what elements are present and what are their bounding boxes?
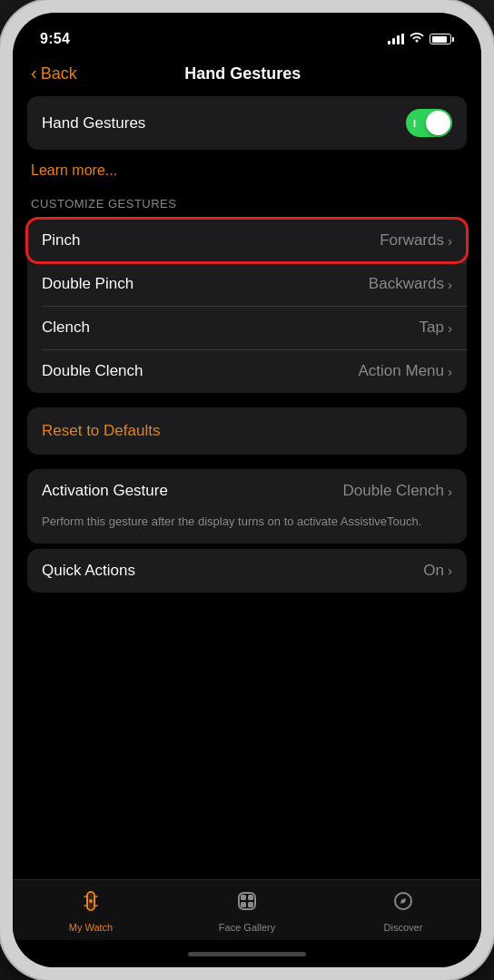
phone-screen: 9:54: [13, 13, 481, 967]
quick-actions-section: Quick Actions On ›: [27, 549, 467, 593]
svg-point-6: [89, 899, 93, 903]
double-clench-row[interactable]: Double Clench Action Menu ›: [27, 349, 467, 393]
wifi-icon: [410, 32, 424, 46]
tab-bar: My Watch Face Gallery: [13, 879, 481, 940]
hand-gestures-label: Hand Gestures: [42, 114, 145, 132]
dynamic-island: [190, 24, 304, 54]
double-pinch-row[interactable]: Double Pinch Backwards ›: [27, 262, 467, 306]
activation-gesture-row[interactable]: Activation Gesture Double Clench ›: [27, 469, 467, 513]
back-label: Back: [41, 64, 77, 83]
status-time: 9:54: [40, 31, 70, 47]
pinch-label: Pinch: [42, 231, 81, 250]
double-clench-label: Double Clench: [42, 362, 143, 380]
clench-label: Clench: [42, 318, 90, 337]
battery-icon: [430, 34, 454, 44]
clench-chevron-icon: ›: [448, 320, 452, 336]
double-pinch-chevron-icon: ›: [448, 277, 452, 292]
back-chevron-icon: ‹: [31, 63, 37, 83]
discover-tab-label: Discover: [384, 922, 423, 933]
svg-rect-9: [248, 895, 253, 900]
double-clench-value-text: Action Menu: [359, 362, 445, 380]
tab-face-gallery[interactable]: Face Gallery: [211, 889, 283, 933]
clench-value-text: Tap: [420, 318, 444, 337]
scroll-content: Hand Gestures I Learn more... CUSTOMIZE …: [13, 96, 481, 879]
activation-gesture-chevron-icon: ›: [448, 484, 452, 499]
clench-value: Tap ›: [420, 318, 452, 337]
activation-gesture-description: Perform this gesture after the display t…: [27, 513, 467, 544]
gestures-group: Pinch Forwards › Double Pinch Backwards …: [27, 219, 467, 393]
svg-marker-13: [400, 898, 406, 904]
page-title: Hand Gestures: [77, 64, 409, 83]
reset-section[interactable]: Reset to Defaults: [27, 407, 467, 455]
double-clench-chevron-icon: ›: [448, 364, 452, 379]
pinch-value: Forwards ›: [380, 231, 452, 250]
double-pinch-value-text: Backwards: [369, 275, 444, 293]
face-gallery-icon: [235, 889, 259, 918]
svg-rect-11: [248, 902, 253, 907]
home-indicator: [13, 940, 481, 967]
svg-rect-10: [241, 902, 246, 907]
double-pinch-label: Double Pinch: [42, 275, 133, 293]
quick-actions-chevron-icon: ›: [448, 563, 452, 578]
double-pinch-value: Backwards ›: [369, 275, 452, 293]
quick-actions-row[interactable]: Quick Actions On ›: [27, 549, 467, 593]
double-clench-value: Action Menu ›: [359, 362, 453, 380]
toggle-text: I: [413, 118, 416, 129]
signal-icon: [388, 34, 404, 44]
tab-discover[interactable]: Discover: [367, 889, 440, 933]
quick-actions-value: On ›: [423, 562, 452, 580]
status-icons: [388, 32, 454, 46]
clench-row[interactable]: Clench Tap ›: [27, 306, 467, 349]
home-bar: [188, 952, 306, 956]
activation-gesture-section: Activation Gesture Double Clench › Perfo…: [27, 469, 467, 544]
back-button[interactable]: ‹ Back: [31, 64, 77, 83]
quick-actions-label: Quick Actions: [42, 562, 135, 580]
pinch-chevron-icon: ›: [448, 233, 452, 249]
activation-gesture-value-text: Double Clench: [342, 482, 444, 500]
pinch-row[interactable]: Pinch Forwards ›: [27, 219, 467, 262]
learn-more-section: Learn more...: [27, 157, 467, 191]
nav-bar: ‹ Back Hand Gestures: [13, 60, 481, 96]
hand-gestures-toggle-row[interactable]: Hand Gestures I: [27, 96, 467, 150]
toggle-knob: [426, 111, 450, 135]
hand-gestures-toggle[interactable]: I: [406, 109, 452, 137]
learn-more-link[interactable]: Learn more...: [31, 162, 117, 178]
customize-gestures-header: CUSTOMIZE GESTURES: [27, 191, 467, 219]
quick-actions-value-text: On: [423, 562, 444, 580]
my-watch-icon: [79, 889, 103, 918]
customize-gestures-label: CUSTOMIZE GESTURES: [31, 197, 176, 211]
reset-label: Reset to Defaults: [42, 422, 160, 439]
svg-rect-8: [241, 895, 246, 900]
my-watch-tab-label: My Watch: [69, 922, 114, 933]
phone-frame: 9:54: [0, 0, 494, 980]
activation-gesture-value: Double Clench ›: [342, 482, 452, 500]
activation-gesture-label: Activation Gesture: [42, 482, 168, 500]
pinch-value-text: Forwards: [380, 231, 444, 250]
tab-my-watch[interactable]: My Watch: [54, 889, 127, 933]
discover-icon: [391, 889, 415, 918]
face-gallery-tab-label: Face Gallery: [219, 922, 275, 933]
